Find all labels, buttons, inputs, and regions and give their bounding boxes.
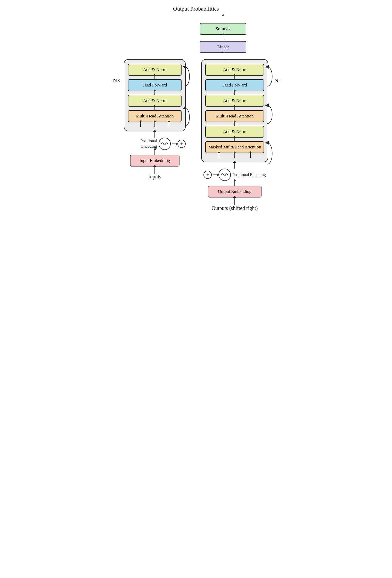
decoder-wave-circle — [218, 169, 231, 181]
decoder-column: N× Add & Norm Feed Forward Add & Norm — [201, 59, 268, 212]
encoder-skip-svg — [182, 60, 192, 131]
output-probabilities-title: Output Probabilities — [98, 5, 294, 13]
encoder-column: N× Add & Norm Feed Forward Add & Norm — [124, 59, 186, 180]
decoder-plus-circle: + — [203, 171, 212, 179]
inputs-label: Inputs — [148, 174, 161, 180]
encoder-nx-label: N× — [113, 77, 120, 84]
encoder-repeat-box: Add & Norm Feed Forward Add & Norm — [124, 59, 186, 131]
encoder-plus-circle: + — [177, 140, 186, 148]
decoder-skip-svg — [265, 60, 275, 162]
diagram-container: Output Probabilities Softmax Linear — [98, 5, 294, 211]
encoder-wave-icon — [160, 140, 169, 148]
outputs-label: Outputs (shifted right) — [212, 205, 258, 211]
decoder-repeat-box: Add & Norm Feed Forward Add & Norm — [201, 59, 268, 163]
encoder-positional-encoding-label: Positional Encoding — [124, 138, 157, 149]
decoder-wave-icon — [221, 171, 229, 179]
decoder-positional-encoding-label: Positional Encoding — [232, 172, 266, 178]
encoder-wave-circle — [159, 138, 171, 150]
